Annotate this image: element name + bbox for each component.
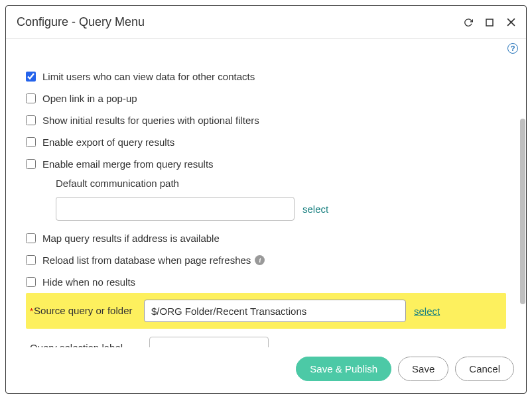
- dialog-content: ? Limit users who can view data for othe…: [6, 39, 526, 347]
- cancel-button[interactable]: Cancel: [455, 357, 514, 381]
- option-export: Enable export of query results: [26, 131, 506, 153]
- label-limit-users[interactable]: Limit users who can view data for other …: [42, 71, 255, 82]
- checkbox-email-merge[interactable]: [26, 159, 36, 169]
- info-icon[interactable]: i: [255, 255, 265, 265]
- checkbox-map-results[interactable]: [26, 233, 36, 243]
- refresh-icon[interactable]: [464, 18, 473, 27]
- label-hide-no-results[interactable]: Hide when no results: [42, 276, 135, 288]
- help-icon[interactable]: ?: [507, 43, 518, 54]
- checkbox-hide-no-results[interactable]: [26, 277, 36, 287]
- checkbox-popup[interactable]: [26, 93, 36, 103]
- option-limit-users: Limit users who can view data for other …: [26, 66, 506, 87]
- checkbox-limit-users[interactable]: [26, 72, 36, 82]
- titlebar: Configure - Query Menu: [6, 6, 526, 39]
- scrollbar-thumb[interactable]: [520, 119, 525, 304]
- option-reload-list: Reload list from database when page refr…: [26, 249, 506, 271]
- save-button[interactable]: Save: [398, 357, 448, 381]
- options-list: Limit users who can view data for other …: [19, 46, 513, 347]
- query-selection-input[interactable]: [149, 337, 269, 347]
- default-comm-path-select-link[interactable]: select: [302, 203, 328, 215]
- label-reload-list[interactable]: Reload list from database when page refr…: [42, 255, 251, 266]
- label-export[interactable]: Enable export of query results: [42, 137, 174, 148]
- source-query-input[interactable]: [144, 300, 406, 322]
- dialog-footer: Save & Publish Save Cancel: [6, 347, 526, 393]
- configure-dialog: Configure - Query Menu ? Limit users who…: [5, 5, 527, 394]
- required-marker: *: [30, 306, 33, 316]
- source-query-label: *Source query or folder: [30, 304, 136, 317]
- close-icon[interactable]: [506, 18, 515, 27]
- dialog-title: Configure - Query Menu: [17, 15, 464, 29]
- svg-rect-0: [486, 19, 493, 26]
- label-email-merge[interactable]: Enable email merge from query results: [42, 158, 214, 170]
- checkbox-reload-list[interactable]: [26, 255, 36, 265]
- label-map-results[interactable]: Map query results if address is availabl…: [42, 233, 220, 244]
- source-query-select-link[interactable]: select: [414, 306, 440, 317]
- default-comm-path-input[interactable]: [56, 197, 295, 221]
- option-hide-no-results: Hide when no results: [26, 271, 506, 293]
- query-selection-label: Query selection label: [30, 341, 136, 347]
- checkbox-export[interactable]: [26, 137, 36, 147]
- label-initial-results[interactable]: Show initial results for queries with op…: [42, 115, 259, 126]
- titlebar-controls: [464, 18, 515, 27]
- default-comm-path-label: Default communication path: [26, 175, 506, 193]
- option-popup: Open link in a pop-up: [26, 87, 506, 109]
- checkbox-initial-results[interactable]: [26, 115, 36, 125]
- label-popup[interactable]: Open link in a pop-up: [42, 93, 137, 104]
- source-query-row: *Source query or folder select: [26, 293, 506, 329]
- option-map-results: Map query results if address is availabl…: [26, 227, 506, 249]
- default-comm-path-field: select: [26, 193, 506, 227]
- maximize-icon[interactable]: [485, 18, 494, 27]
- query-selection-row: Query selection label: [26, 329, 506, 347]
- option-initial-results: Show initial results for queries with op…: [26, 109, 506, 131]
- option-email-merge: Enable email merge from query results: [26, 153, 506, 175]
- save-publish-button[interactable]: Save & Publish: [296, 357, 391, 381]
